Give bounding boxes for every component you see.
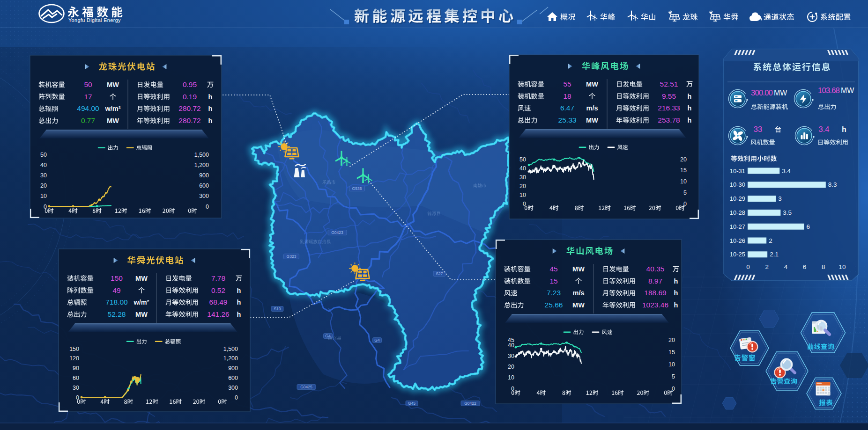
svg-text:MW: MW xyxy=(586,117,598,124)
svg-text:2.1: 2.1 xyxy=(770,251,779,258)
svg-text:40: 40 xyxy=(40,162,47,168)
svg-text:h: h xyxy=(208,117,213,124)
svg-text:718.00: 718.00 xyxy=(105,298,128,306)
svg-text:120: 120 xyxy=(69,355,79,362)
svg-text:49: 49 xyxy=(112,286,120,294)
svg-text:G323: G323 xyxy=(287,254,297,259)
svg-text:0: 0 xyxy=(683,201,687,207)
svg-text:MW: MW xyxy=(572,265,585,273)
svg-text:Yongfu Digital Energy: Yongfu Digital Energy xyxy=(68,17,121,23)
svg-text:60: 60 xyxy=(73,375,79,381)
svg-text:m/s: m/s xyxy=(573,289,585,297)
svg-text:10: 10 xyxy=(40,193,47,199)
svg-text:30: 30 xyxy=(508,353,514,359)
svg-text:52.28: 52.28 xyxy=(108,310,126,318)
svg-text:15: 15 xyxy=(549,277,557,285)
svg-text:MW: MW xyxy=(107,117,119,124)
svg-text:0.95: 0.95 xyxy=(183,80,197,88)
svg-text:MW: MW xyxy=(841,87,854,95)
svg-text:10-26: 10-26 xyxy=(730,237,745,244)
svg-text:30: 30 xyxy=(73,385,79,391)
svg-text:15: 15 xyxy=(668,349,675,356)
svg-text:0: 0 xyxy=(672,386,675,392)
svg-text:600: 600 xyxy=(199,182,209,189)
svg-text:0: 0 xyxy=(235,394,238,401)
svg-text:h: h xyxy=(688,104,692,112)
svg-text:6: 6 xyxy=(803,263,807,270)
svg-text:8: 8 xyxy=(822,263,825,270)
svg-text:188.69: 188.69 xyxy=(644,289,666,297)
svg-text:h: h xyxy=(674,289,678,297)
svg-text:h: h xyxy=(208,93,213,101)
svg-text:25.66: 25.66 xyxy=(545,301,563,309)
svg-text:h: h xyxy=(688,117,692,124)
svg-text:G535: G535 xyxy=(352,186,362,191)
svg-text:10-28: 10-28 xyxy=(730,209,745,216)
svg-text:MW: MW xyxy=(572,301,585,309)
svg-text:MW: MW xyxy=(586,80,598,88)
svg-text:20: 20 xyxy=(40,182,47,189)
svg-text:33: 33 xyxy=(754,125,762,133)
svg-text:3: 3 xyxy=(778,195,782,202)
svg-text:MW: MW xyxy=(107,81,119,88)
svg-text:15: 15 xyxy=(680,167,687,174)
svg-text:50: 50 xyxy=(519,156,526,163)
svg-text:1023.46: 1023.46 xyxy=(642,301,668,309)
svg-text:10-29: 10-29 xyxy=(730,195,745,202)
svg-text:8.97: 8.97 xyxy=(648,277,662,285)
svg-text:w/m²: w/m² xyxy=(133,299,149,306)
svg-text:10-27: 10-27 xyxy=(730,223,745,230)
svg-text:0.52: 0.52 xyxy=(211,286,225,294)
svg-text:25.33: 25.33 xyxy=(558,116,577,124)
svg-text:7.23: 7.23 xyxy=(547,289,561,297)
svg-text:0.77: 0.77 xyxy=(81,117,95,124)
svg-text:68.49: 68.49 xyxy=(209,298,228,306)
svg-text:900: 900 xyxy=(228,365,238,372)
svg-text:G0425: G0425 xyxy=(300,385,312,389)
svg-text:20: 20 xyxy=(519,183,526,189)
svg-text:h: h xyxy=(237,287,241,294)
svg-text:h: h xyxy=(237,311,241,318)
svg-text:2: 2 xyxy=(769,237,772,244)
svg-text:50: 50 xyxy=(84,80,92,88)
svg-text:3.5: 3.5 xyxy=(783,209,792,216)
svg-text:2: 2 xyxy=(765,263,769,270)
svg-text:40: 40 xyxy=(508,342,514,349)
svg-text:0: 0 xyxy=(746,263,750,270)
svg-text:30: 30 xyxy=(519,174,526,181)
svg-text:h: h xyxy=(674,301,678,309)
svg-text:40.35: 40.35 xyxy=(646,265,665,273)
svg-text:216.33: 216.33 xyxy=(658,104,680,112)
svg-text:S27: S27 xyxy=(436,271,443,276)
svg-text:1,200: 1,200 xyxy=(223,355,238,362)
svg-text:1,500: 1,500 xyxy=(194,152,209,158)
svg-text:10: 10 xyxy=(680,178,687,185)
svg-text:150: 150 xyxy=(69,346,79,352)
svg-text:300: 300 xyxy=(228,385,238,391)
svg-text:1,200: 1,200 xyxy=(194,162,209,168)
svg-text:7.78: 7.78 xyxy=(211,274,225,282)
svg-text:8.3: 8.3 xyxy=(828,181,837,188)
svg-text:18: 18 xyxy=(563,92,571,100)
svg-text:h: h xyxy=(688,93,692,100)
svg-text:10-30: 10-30 xyxy=(730,181,745,188)
svg-text:0.19: 0.19 xyxy=(183,93,197,101)
svg-text:5: 5 xyxy=(683,189,687,196)
svg-text:280.72: 280.72 xyxy=(178,117,200,124)
svg-text:10: 10 xyxy=(668,361,675,368)
svg-text:600: 600 xyxy=(228,375,238,381)
svg-text:6.47: 6.47 xyxy=(560,104,574,112)
svg-text:20: 20 xyxy=(680,156,687,163)
svg-text:17: 17 xyxy=(84,93,92,101)
svg-text:103.68: 103.68 xyxy=(818,86,840,95)
svg-text:10: 10 xyxy=(838,263,846,270)
svg-text:h: h xyxy=(237,299,241,306)
svg-text:900: 900 xyxy=(199,172,209,179)
svg-text:10-31: 10-31 xyxy=(730,168,745,175)
svg-text:6: 6 xyxy=(807,223,810,230)
svg-text:0: 0 xyxy=(206,204,209,210)
svg-text:90: 90 xyxy=(73,365,79,372)
svg-text:5: 5 xyxy=(672,373,675,380)
svg-text:h: h xyxy=(208,105,213,112)
svg-text:50: 50 xyxy=(40,152,47,158)
